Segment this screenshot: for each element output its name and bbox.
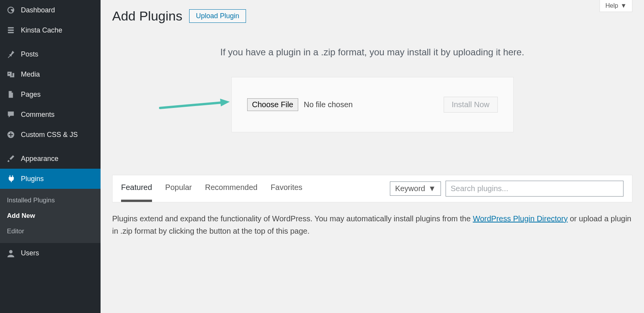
- database-icon: [5, 25, 16, 36]
- svg-line-8: [160, 103, 222, 108]
- svg-point-3: [9, 73, 10, 74]
- submenu-editor[interactable]: Editor: [0, 224, 101, 239]
- main-content: Help ▼ Add Plugins Upload Plugin If you …: [101, 0, 644, 313]
- sidebar-item-users[interactable]: Users: [0, 243, 101, 263]
- pin-icon: [5, 49, 16, 60]
- tab-favorites[interactable]: Favorites: [271, 183, 302, 194]
- comment-icon: [5, 109, 16, 120]
- admin-sidebar: Dashboard Kinsta Cache Posts Media: [0, 0, 101, 313]
- search-plugins-input[interactable]: [446, 181, 624, 197]
- upload-box: Choose File No file chosen Install Now: [231, 77, 514, 132]
- tab-featured[interactable]: Featured: [121, 183, 152, 194]
- dashboard-icon: [5, 5, 16, 15]
- description-prefix: Plugins extend and expand the functional…: [112, 214, 473, 223]
- plugin-icon: [5, 173, 16, 184]
- sidebar-item-plugins[interactable]: Plugins: [0, 169, 101, 189]
- media-icon: [5, 69, 16, 80]
- plugins-submenu: Installed Plugins Add New Editor: [0, 189, 101, 243]
- page-icon: [5, 89, 16, 100]
- sidebar-item-label: Pages: [21, 91, 41, 99]
- brush-icon: [5, 153, 16, 164]
- plugins-description: Plugins extend and expand the functional…: [112, 212, 632, 237]
- sidebar-item-label: Comments: [21, 111, 55, 119]
- svg-rect-0: [8, 27, 14, 28]
- sidebar-item-custom-css[interactable]: Custom CSS & JS: [0, 125, 101, 145]
- user-icon: [5, 248, 16, 258]
- sidebar-item-kinsta-cache[interactable]: Kinsta Cache: [0, 20, 101, 40]
- select-value: Keyword: [395, 184, 425, 193]
- sidebar-item-label: Users: [21, 249, 39, 257]
- tab-recommended[interactable]: Recommended: [205, 183, 258, 194]
- arrow-annotation: [158, 97, 232, 113]
- sidebar-item-label: Plugins: [21, 175, 44, 183]
- chevron-down-icon: ▼: [428, 184, 436, 193]
- sidebar-item-label: Appearance: [21, 155, 58, 163]
- sidebar-item-label: Media: [21, 70, 40, 79]
- plus-circle-icon: [5, 129, 16, 140]
- svg-rect-2: [8, 32, 14, 33]
- submenu-add-new[interactable]: Add New: [0, 208, 101, 224]
- help-label: Help: [605, 2, 618, 9]
- sidebar-item-dashboard[interactable]: Dashboard: [0, 0, 101, 20]
- chevron-down-icon: ▼: [620, 2, 627, 9]
- upload-hint: If you have a plugin in a .zip format, y…: [112, 47, 632, 58]
- no-file-chosen-text: No file chosen: [304, 100, 353, 109]
- help-tab[interactable]: Help ▼: [600, 0, 632, 12]
- upload-panel: If you have a plugin in a .zip format, y…: [112, 47, 632, 132]
- sidebar-item-label: Custom CSS & JS: [21, 131, 78, 139]
- sidebar-item-posts[interactable]: Posts: [0, 44, 101, 64]
- svg-marker-9: [220, 99, 230, 106]
- tab-popular[interactable]: Popular: [165, 183, 192, 194]
- sidebar-item-label: Dashboard: [21, 6, 55, 14]
- wp-plugin-directory-link[interactable]: WordPress Plugin Directory: [473, 214, 567, 223]
- page-title: Add Plugins: [112, 9, 182, 24]
- search-type-select[interactable]: Keyword ▼: [390, 181, 441, 196]
- choose-file-button[interactable]: Choose File: [247, 98, 299, 111]
- plugin-filter-tabs: Featured Popular Recommended Favorites K…: [112, 175, 632, 202]
- sidebar-item-appearance[interactable]: Appearance: [0, 149, 101, 169]
- submenu-installed-plugins[interactable]: Installed Plugins: [0, 193, 101, 208]
- svg-rect-1: [8, 29, 14, 31]
- sidebar-item-label: Posts: [21, 50, 38, 58]
- install-now-button[interactable]: Install Now: [444, 97, 498, 113]
- svg-point-7: [9, 250, 13, 253]
- sidebar-item-pages[interactable]: Pages: [0, 84, 101, 104]
- svg-rect-6: [9, 134, 13, 135]
- sidebar-item-media[interactable]: Media: [0, 64, 101, 84]
- sidebar-item-comments[interactable]: Comments: [0, 104, 101, 125]
- sidebar-item-label: Kinsta Cache: [21, 26, 62, 34]
- upload-plugin-button[interactable]: Upload Plugin: [189, 9, 246, 23]
